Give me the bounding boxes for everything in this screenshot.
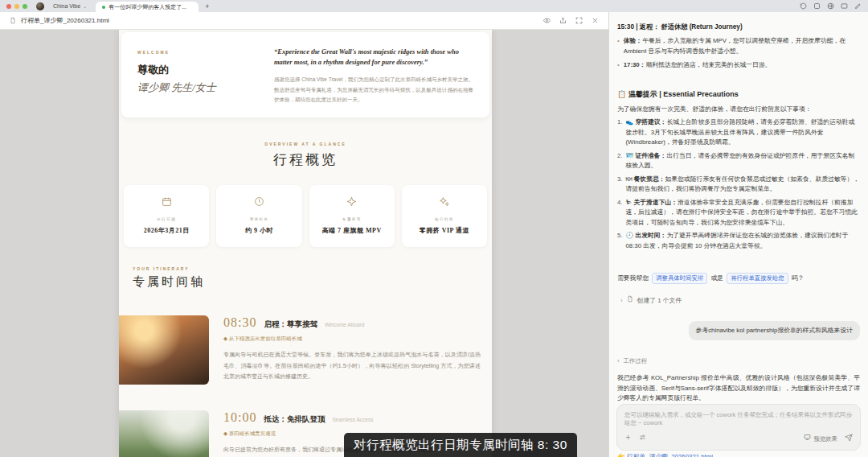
- list-item: 4.⛷ 关于滑道下山：滑道体验非常安全且充满乐趣，但需要您自行控制拉杆（前推加速…: [617, 198, 860, 228]
- dining-icon: 🍽: [626, 175, 633, 183]
- document-icon: [10, 17, 16, 24]
- tab-status-dot: [102, 6, 105, 9]
- timeline-title: 专属时间轴: [133, 274, 478, 290]
- caption-overlay: 对行程概览出行日期专属时间轴 8: 30: [344, 433, 577, 457]
- user-message: 参考chinavibe kol partnership报价单的样式和风格来设计: [689, 321, 860, 340]
- card-label: 出行日期: [127, 217, 206, 221]
- shoe-icon: 👟: [626, 118, 634, 126]
- window-controls: [6, 4, 27, 9]
- card-label: 专属座驾: [313, 217, 391, 221]
- overview-card-vehicle: 专属座驾 高端 7 座旗舰 MPV: [309, 185, 395, 247]
- edit-icon[interactable]: [854, 2, 862, 10]
- tab-china-vibe[interactable]: China Vibe ⌄: [48, 3, 92, 9]
- extensions-icon[interactable]: [827, 2, 834, 10]
- file-tab[interactable]: 行程单_谭少卿_20260321.html: [21, 16, 109, 25]
- overview-card-duration: 游览时长 约 9 小时: [216, 185, 301, 247]
- bullet: •: [617, 60, 620, 70]
- browser-toolbar-icons: [800, 2, 862, 10]
- timeline-time: 10:00: [223, 410, 256, 425]
- minimize-window-button[interactable]: [14, 4, 19, 9]
- tab-active[interactable]: 有一位叫谭少卿的客人预定了...: [96, 2, 199, 12]
- list-item: • 体验：午餐后，步入宽敞的专属 MPV，您可以调整航空座椅，开启按摩功能，在 …: [617, 36, 860, 56]
- browser-tab-bar: China Vibe ⌄ 有一位叫谭少卿的客人预定了... +: [0, 0, 868, 12]
- maximize-window-button[interactable]: [23, 4, 27, 9]
- composer: 预览效果: [616, 404, 861, 451]
- send-itinerary-chip[interactable]: 将行程单直接发给您: [727, 273, 788, 284]
- welcome-card: WELCOME 尊敬的 谭少卿 先生/女士 “Experience the Gr…: [121, 32, 489, 117]
- sparkles-icon: [439, 196, 449, 209]
- timeline-description: 专属向导与司机已在酒店大堂等候。登车后，我们将为您奉上冰镇或温热气泡水与名茶，以…: [223, 349, 481, 381]
- list-item: 1.👟 穿搭建议：长城上台阶较多且部分路段陡峭，请务必穿着防滑、舒适的运动鞋或徒…: [617, 117, 860, 147]
- timeline-item-title: 抵达：免排队登顶: [264, 414, 325, 425]
- preview-effect-button[interactable]: 预览效果: [804, 434, 837, 444]
- point-right-icon: 👉: [617, 453, 625, 457]
- tab-label: 有一位叫谭少卿的客人预定了...: [108, 3, 186, 11]
- clock-emoji-icon: 🕘: [626, 232, 634, 239]
- close-window-button[interactable]: [6, 4, 11, 9]
- add-icon[interactable]: [624, 434, 632, 444]
- list-item: 2.🪪 证件准备：出行当日，请务必携带您的有效身份证或护照原件，用于景区实名制核…: [617, 151, 860, 171]
- card-label: 核心特权: [405, 217, 484, 221]
- clock-icon: [254, 196, 264, 209]
- card-value: 约 9 小时: [219, 226, 298, 235]
- adjust-schedule-chip[interactable]: 调整具体时间安排: [652, 273, 707, 284]
- assistant-panel: 15:30 | 返程： 舒适休憩 (Return Journey) • 体验：午…: [608, 12, 868, 457]
- file-icon: [627, 295, 633, 306]
- itinerary-file-link[interactable]: 行程单_谭少卿_20260321.html: [627, 453, 713, 457]
- followup-question: 需要我帮您 调整具体时间安排 或是 将行程单直接发给您 吗？: [617, 272, 860, 285]
- car-interior-photo: [119, 315, 209, 385]
- new-tab-button[interactable]: +: [205, 2, 209, 10]
- chevron-right-icon: ›: [620, 296, 623, 306]
- monitor-icon: [804, 434, 811, 444]
- overview-card-privilege: 核心特权 零拥挤 VIP 通道: [402, 185, 487, 247]
- screen: China Vibe ⌄ 有一位叫谭少卿的客人预定了... + 行程单_谭少卿_…: [0, 0, 868, 457]
- list-item: • 17:30：顺利抵达您的酒店，结束完美的长城一日游。: [617, 60, 860, 70]
- welcome-intro: 感谢您选择 China Vibe Travel，我们为您精心定制了此次慕田峪长城…: [274, 75, 473, 105]
- timeline-item: 08:30 启程：尊享接驾 Welcome Aboard ◆ 从下榻酒店出发前往…: [119, 315, 492, 385]
- itinerary-document: WELCOME 尊敬的 谭少卿 先生/女士 “Experience the Gr…: [119, 30, 492, 457]
- assistant-paragraph: 我已经参考 KOL_Partnership 报价单中高级、优雅的设计风格（包括深…: [617, 373, 860, 403]
- work-process-toggle[interactable]: › 工作过程: [617, 356, 860, 366]
- welcome-greeting: 尊敬的: [137, 63, 256, 77]
- eye-icon[interactable]: [543, 17, 551, 24]
- history-icon[interactable]: [800, 2, 807, 10]
- close-icon[interactable]: [592, 17, 599, 24]
- timeline-item-subtitle: Welcome Aboard: [325, 322, 364, 327]
- chevron-right-icon: ›: [617, 356, 619, 366]
- timeline-item-title: 启程：尊享接驾: [264, 319, 317, 330]
- timeline-time: 08:30: [223, 315, 256, 330]
- overview-title: 行程概览: [119, 150, 492, 169]
- card-value: 零拥挤 VIP 通道: [405, 226, 484, 235]
- timeline-section: YOUR ITINERARY 专属时间轴 08:30 启程：尊享接驾 Welco…: [119, 266, 492, 457]
- welcome-eyebrow: WELCOME: [137, 50, 256, 55]
- id-card-icon: 🪪: [626, 152, 634, 159]
- card-value: 2026年3月21日: [127, 226, 206, 235]
- tab-groups-icon[interactable]: [813, 2, 821, 10]
- precautions-heading: 📋 温馨提示 | Essential Precautions: [617, 89, 860, 100]
- html-preview-pane[interactable]: WELCOME 尊敬的 谭少卿 先生/女士 “Experience the Gr…: [0, 30, 608, 457]
- precautions-lead: 为了确保您拥有一次完美、舒适的体验，请您在出行前留意以下事项：: [617, 105, 860, 114]
- calendar-icon: [162, 196, 172, 209]
- preview-header: 行程单_谭少卿_20260321.html: [0, 12, 608, 30]
- card-label: 游览时长: [219, 217, 298, 221]
- fullscreen-icon[interactable]: [575, 17, 583, 24]
- preview-link-row: 👉 行程单_谭少卿_20260321.html: [617, 452, 860, 457]
- profile-avatar[interactable]: [36, 2, 44, 10]
- file-created-toggle[interactable]: › 创建了 1 个文件: [617, 295, 860, 306]
- clipboard-icon: 📋: [617, 90, 626, 98]
- timeline-item-subtitle: Seamless Access: [332, 417, 373, 422]
- share-icon[interactable]: [559, 17, 567, 24]
- toboggan-icon: ⛷: [626, 199, 633, 206]
- list-item: 5.🕘 出发时间：为了避开早高峰拥堵并保证您在长城的游览体验，建议我们准时于 0…: [617, 231, 860, 251]
- sparkle-icon: [346, 196, 357, 209]
- great-wall-photo: [119, 410, 209, 457]
- send-icon[interactable]: [845, 434, 853, 445]
- composer-input[interactable]: [624, 411, 853, 432]
- return-journey-heading: 15:30 | 返程： 舒适休憩 (Return Journey): [617, 22, 860, 32]
- overview-section: OVERVIEW AT A GLANCE 行程概览 出行日期 2026年3月21…: [119, 142, 492, 247]
- windows-icon[interactable]: [841, 2, 848, 10]
- list-item: 3.🍽 餐饮禁忌：如果您或随行亲友有任何饮食禁忌或过敏史（如素食、麸质过敏等），…: [617, 175, 860, 195]
- preview-actions: [543, 17, 599, 24]
- tools-icon[interactable]: [639, 434, 646, 444]
- card-value: 高端 7 座旗舰 MPV: [313, 226, 391, 235]
